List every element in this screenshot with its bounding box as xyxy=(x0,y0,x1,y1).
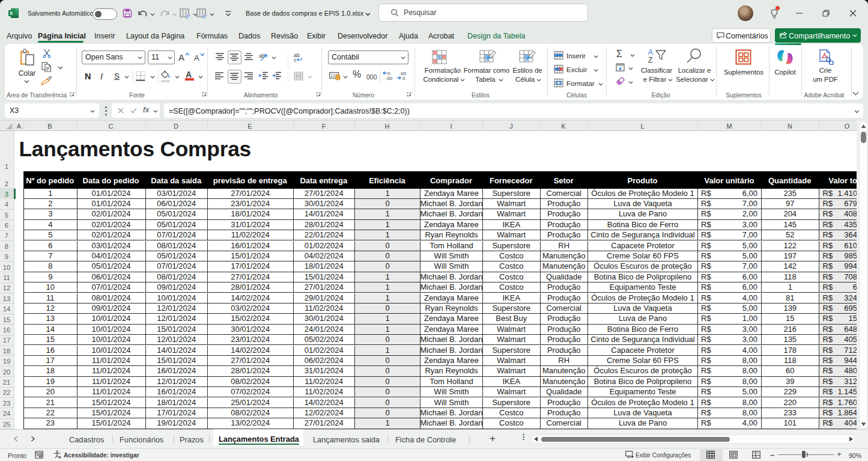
svg-text:.00: .00 xyxy=(386,76,393,81)
svg-text:ab: ab xyxy=(259,53,265,59)
svg-text:X: X xyxy=(10,10,13,16)
svg-text:c: c xyxy=(294,57,297,62)
svg-text:0: 0 xyxy=(402,76,405,81)
